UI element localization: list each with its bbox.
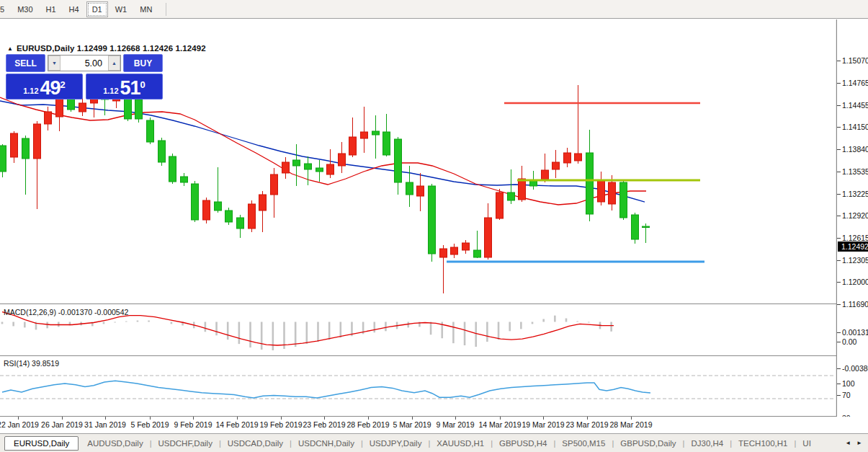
price-axis-label: 1.14765: [842, 79, 868, 87]
chart-tab-usdchf-daily[interactable]: USDCHF,Daily: [152, 437, 219, 450]
axis-tick: [837, 304, 841, 305]
candle-body: [271, 174, 278, 195]
candle-body: [0, 146, 6, 172]
candle-body: [451, 247, 458, 254]
price-axis-label: 1.14150: [842, 123, 868, 131]
scroll-right-icon[interactable]: ►: [856, 440, 862, 446]
candle-body: [158, 141, 166, 162]
chart-tab-dj30-h4[interactable]: DJ30,H4: [684, 437, 730, 450]
timeframe-button-mn[interactable]: MN: [134, 1, 158, 17]
current-price-tag: 1.12492: [838, 241, 868, 252]
candle-body: [598, 180, 605, 202]
chart-tab-audusd-daily[interactable]: AUDUSD,Daily: [81, 437, 149, 450]
candle-body: [496, 192, 504, 218]
axis-tick: [837, 194, 841, 195]
candle-body: [361, 132, 368, 138]
macd-axis-label: 0.001313: [842, 328, 868, 337]
volume-stepper: ▼ ▲: [48, 55, 121, 71]
candle-body: [440, 249, 447, 257]
volume-input[interactable]: [61, 56, 108, 71]
price-axis-label: 1.13535: [842, 167, 868, 176]
axis-tick: [837, 332, 841, 333]
chart-tab-tech100-h1[interactable]: TECH100,H1: [732, 437, 794, 450]
time-axis-tick: [368, 417, 369, 420]
chart-tab-gbpusd-daily[interactable]: GBPUSD,Daily: [614, 437, 682, 450]
time-axis-label: 28 Mar 2019: [602, 420, 660, 429]
price-axis-label: 1.12920: [842, 211, 868, 220]
candle-body: [327, 164, 334, 174]
candle-body: [586, 153, 594, 214]
time-axis-tick: [62, 417, 63, 420]
chart-tab-xauusd-h1[interactable]: XAUUSD,H1: [430, 437, 491, 450]
timeframe-button-h4[interactable]: H4: [63, 1, 85, 17]
timeframe-button-h1[interactable]: H1: [40, 1, 62, 17]
one-click-trade-panel: SELL ▼ ▲ BUY 1.12 49 2 1.12 51 0: [6, 54, 163, 99]
axis-tick: [837, 260, 841, 261]
candle-body: [372, 131, 380, 135]
candle-body: [316, 168, 323, 172]
chart-tab-ui[interactable]: UI: [796, 437, 818, 450]
collapse-triangle-icon[interactable]: ▲: [7, 45, 13, 52]
time-axis-tick: [500, 417, 501, 420]
chart-title: ▲EURUSD,Daily 1.12499 1.12668 1.12426 1.…: [7, 44, 206, 53]
rsi-pane: RSI(14) 39.8519: [0, 359, 836, 399]
chart-tab-sp500-m15[interactable]: SP500,M15: [555, 437, 612, 450]
candle-body: [45, 112, 52, 124]
volume-decrease-icon[interactable]: ▼: [48, 56, 61, 71]
time-axis-tick: [150, 417, 151, 420]
candle-body: [406, 182, 413, 195]
price-axis[interactable]: 1.150701.147651.144551.141501.138401.135…: [837, 39, 868, 436]
candle-body: [462, 243, 470, 250]
candle-body: [22, 138, 30, 159]
axis-tick: [837, 395, 841, 396]
candle-body: [609, 182, 616, 204]
timeframe-button-w1[interactable]: W1: [109, 1, 133, 17]
chart-symbol-label: EURUSD,Daily: [17, 44, 74, 53]
axis-tick: [837, 61, 841, 61]
candle-body: [203, 200, 210, 220]
timeframe-button-5[interactable]: 5: [0, 1, 10, 17]
fast-ma-line: [0, 97, 646, 205]
axis-tick: [837, 83, 841, 84]
buy-quote-box[interactable]: 1.12 51 0: [86, 74, 163, 99]
buy-price-big: 51: [120, 79, 140, 97]
candle-body: [519, 179, 526, 200]
buy-price-prefix: 1.12: [103, 86, 118, 97]
rsi-label: RSI(14) 39.8519: [4, 359, 59, 368]
candle-body: [620, 182, 627, 218]
sell-quote-box[interactable]: 1.12 49 2: [6, 74, 83, 99]
axis-tick: [837, 127, 841, 128]
time-axis-tick: [324, 417, 325, 420]
time-axis-tick: [105, 417, 106, 420]
candle-body: [259, 195, 267, 211]
price-axis-label: 1.13225: [842, 190, 868, 198]
tab-scroll-controls: ◄►: [845, 440, 868, 446]
candle-body: [508, 192, 515, 200]
toolbar-separator: [166, 3, 166, 16]
chart-tab-usdjpy-daily[interactable]: USDJPY,Daily: [363, 437, 429, 450]
timeframe-button-d1[interactable]: D1: [86, 1, 108, 17]
buy-button[interactable]: BUY: [123, 54, 163, 72]
macd-axis-label: 0.00: [842, 337, 856, 346]
chart-tab-usdcnh-daily[interactable]: USDCNH,Daily: [292, 437, 361, 450]
chart-area: MACD(12,26,9) -0.001370 -0.000542RSI(14)…: [0, 19, 837, 417]
chart-tab-gbpusd-h4[interactable]: GBPUSD,H4: [493, 437, 553, 450]
axis-tick: [837, 172, 841, 172]
price-axis-label: 1.12615: [842, 234, 868, 242]
candle-body: [349, 137, 357, 155]
rsi-line: [2, 381, 650, 398]
sell-button[interactable]: SELL: [6, 54, 45, 72]
sell-price-pipette: 2: [61, 74, 66, 96]
volume-increase-icon[interactable]: ▲: [108, 56, 120, 71]
chart-tab-eurusd-daily[interactable]: EURUSD,Daily: [4, 436, 79, 451]
time-axis[interactable]: 22 Jan 201926 Jan 201931 Jan 20195 Feb 2…: [0, 417, 868, 433]
candle-body: [293, 160, 300, 166]
scroll-left-icon[interactable]: ◄: [845, 440, 851, 446]
candle-body: [305, 164, 312, 169]
price-axis-label: 1.11690: [842, 300, 868, 309]
timeframe-button-m30[interactable]: M30: [12, 1, 38, 17]
candle-body: [34, 124, 41, 159]
buy-price-pipette: 0: [140, 74, 146, 96]
chart-tab-usdcad-daily[interactable]: USDCAD,Daily: [221, 437, 290, 450]
chart-tab-bar: EURUSD,DailyAUDUSD,Daily|USDCHF,Daily|US…: [0, 433, 868, 452]
